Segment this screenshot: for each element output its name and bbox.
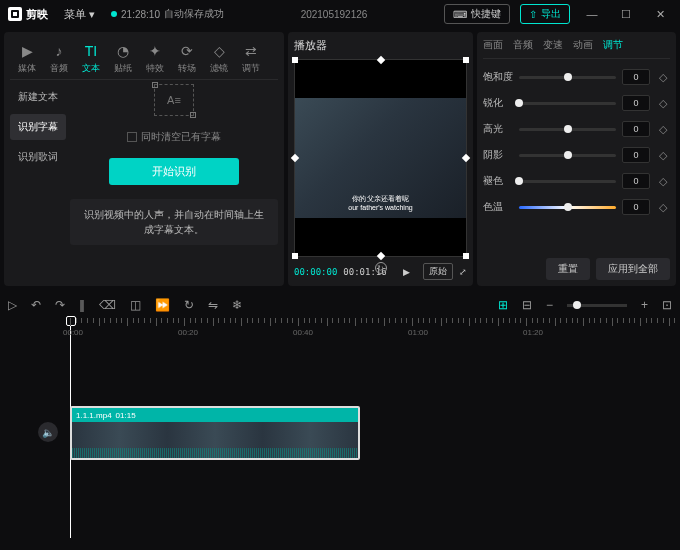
timeline: ▷ ↶ ↷ ‖ ⌫ ◫ ⏩ ↻ ⇋ ❄ ⊞ ⊟ − + ⊡ 00:00 00:2… [0, 290, 680, 542]
row-fade: 褪色 0 ◇ [483, 173, 670, 189]
tab-transition[interactable]: ⟳转场 [178, 42, 196, 75]
app-logo: 剪映 [8, 7, 48, 22]
adj-tab-audio[interactable]: 音频 [513, 38, 533, 52]
value-highlight[interactable]: 0 [622, 121, 650, 137]
reset-highlight[interactable]: ◇ [656, 122, 670, 136]
app-name: 剪映 [26, 7, 48, 22]
media-panel: ▶媒体 ♪音频 TI文本 ◔贴纸 ✦特效 ⟳转场 ◇滤镜 ⇄调节 新建文本 识别… [4, 32, 284, 286]
row-shadow: 阴影 0 ◇ [483, 147, 670, 163]
tab-audio[interactable]: ♪音频 [50, 42, 68, 75]
tab-text[interactable]: TI文本 [82, 42, 100, 75]
zoom-fit[interactable]: ⊡ [662, 298, 672, 312]
value-saturation[interactable]: 0 [622, 69, 650, 85]
adjust-panel: 画面 音频 变速 动画 调节 饱和度 0 ◇ 锐化 0 ◇ 高光 0 [477, 32, 676, 286]
row-highlight: 高光 0 ◇ [483, 121, 670, 137]
rotate-handle[interactable]: ↻ [375, 262, 387, 274]
start-recognize-button[interactable]: 开始识别 [109, 158, 239, 185]
adj-tab-adjust[interactable]: 调节 [603, 38, 623, 52]
row-temp: 色温 0 ◇ [483, 199, 670, 215]
autosave-indicator: 21:28:10 自动保存成功 [111, 7, 224, 21]
tool-snap[interactable]: ⊞ [498, 298, 508, 312]
export-button[interactable]: ⇧导出 [520, 4, 570, 24]
ratio-button[interactable]: 原始 [423, 263, 453, 280]
tool-rotate[interactable]: ↻ [184, 298, 194, 312]
value-sharpen[interactable]: 0 [622, 95, 650, 111]
tool-select[interactable]: ▷ [8, 298, 17, 312]
tool-split[interactable]: ‖ [79, 298, 85, 312]
tab-effect[interactable]: ✦特效 [146, 42, 164, 75]
value-temp[interactable]: 0 [622, 199, 650, 215]
play-button[interactable]: ▶ [403, 267, 410, 277]
value-fade[interactable]: 0 [622, 173, 650, 189]
reset-temp[interactable]: ◇ [656, 200, 670, 214]
text-placeholder-icon: A≡ [154, 84, 194, 116]
sub-new-text[interactable]: 新建文本 [10, 84, 66, 110]
tab-filter[interactable]: ◇滤镜 [210, 42, 228, 75]
slider-highlight[interactable] [519, 128, 616, 131]
tool-redo[interactable]: ↷ [55, 298, 65, 312]
maximize-button[interactable]: ☐ [614, 8, 638, 21]
row-sharpen: 锐化 0 ◇ [483, 95, 670, 111]
tool-crop[interactable]: ◫ [130, 298, 141, 312]
menu-button[interactable]: 菜单 ▾ [58, 5, 101, 24]
tracks-area[interactable]: 🔈 1.1.1.mp401:15 [8, 338, 672, 538]
tab-sticker[interactable]: ◔贴纸 [114, 42, 132, 75]
adj-tab-anim[interactable]: 动画 [573, 38, 593, 52]
player-panel: 播放器 你的 父亲还看着呢 our father's watching ↻ 00… [288, 32, 473, 286]
time-current: 00:00:00 [294, 267, 337, 277]
slider-saturation[interactable] [519, 76, 616, 79]
apply-all-button[interactable]: 应用到全部 [596, 258, 670, 280]
reset-sharpen[interactable]: ◇ [656, 96, 670, 110]
project-title: 202105192126 [234, 9, 434, 20]
preview-subtitle: 你的 父亲还看着呢 our father's watching [348, 195, 412, 218]
value-shadow[interactable]: 0 [622, 147, 650, 163]
video-clip[interactable]: 1.1.1.mp401:15 [70, 406, 360, 460]
tool-delete[interactable]: ⌫ [99, 298, 116, 312]
zoom-out[interactable]: − [546, 298, 553, 312]
reset-saturation[interactable]: ◇ [656, 70, 670, 84]
tool-speed[interactable]: ⏩ [155, 298, 170, 312]
tab-media[interactable]: ▶媒体 [18, 42, 36, 75]
adj-tab-picture[interactable]: 画面 [483, 38, 503, 52]
reset-shadow[interactable]: ◇ [656, 148, 670, 162]
slider-shadow[interactable] [519, 154, 616, 157]
preview-viewport[interactable]: 你的 父亲还看着呢 our father's watching ↻ [294, 59, 467, 257]
tool-freeze[interactable]: ❄ [232, 298, 242, 312]
reset-all-button[interactable]: 重置 [546, 258, 590, 280]
tool-undo[interactable]: ↶ [31, 298, 41, 312]
player-title: 播放器 [294, 38, 467, 53]
row-saturation: 饱和度 0 ◇ [483, 69, 670, 85]
zoom-in[interactable]: + [641, 298, 648, 312]
recognize-info: 识别视频中的人声，并自动在时间轴上生成字幕文本。 [70, 199, 278, 245]
sub-recognize-subtitle[interactable]: 识别字幕 [10, 114, 66, 140]
slider-fade[interactable] [519, 180, 616, 183]
ruler[interactable]: 00:00 00:20 00:40 01:00 01:20 [8, 318, 672, 338]
tool-mirror[interactable]: ⇋ [208, 298, 218, 312]
close-button[interactable]: ✕ [648, 8, 672, 21]
sub-recognize-lyrics[interactable]: 识别歌词 [10, 144, 66, 170]
track-mute-button[interactable]: 🔈 [38, 422, 58, 442]
reset-fade[interactable]: ◇ [656, 174, 670, 188]
fullscreen-button[interactable]: ⤢ [459, 267, 467, 277]
slider-temp[interactable] [519, 206, 616, 209]
clear-subtitles-checkbox[interactable]: 同时清空已有字幕 [127, 130, 221, 144]
shortcut-button[interactable]: ⌨快捷键 [444, 4, 510, 24]
adj-tab-speed[interactable]: 变速 [543, 38, 563, 52]
tool-tabs: ▶媒体 ♪音频 TI文本 ◔贴纸 ✦特效 ⟳转场 ◇滤镜 ⇄调节 [10, 38, 278, 80]
slider-sharpen[interactable] [519, 102, 616, 105]
tool-link[interactable]: ⊟ [522, 298, 532, 312]
tab-adjust[interactable]: ⇄调节 [242, 42, 260, 75]
minimize-button[interactable]: — [580, 8, 604, 20]
